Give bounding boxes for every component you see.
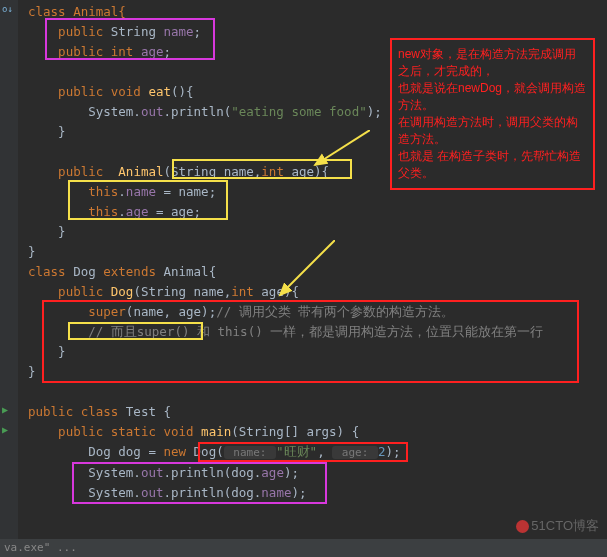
string: "旺财" [276, 444, 317, 459]
method: main [201, 424, 231, 439]
class: Dog [73, 264, 103, 279]
params: (String name, [133, 284, 231, 299]
watermark-icon [516, 520, 529, 533]
watermark-text: 51CTO博客 [531, 518, 599, 533]
brace: } [28, 364, 36, 379]
comment: // 而且super() 和 this() 一样，都是调用构造方法，位置只能放在… [88, 324, 543, 339]
brace: } [58, 344, 66, 359]
field: age [261, 465, 284, 480]
status-text: va.exe" ... [4, 541, 77, 554]
code: System. [88, 104, 141, 119]
param-hint: name: [224, 446, 276, 459]
code: System. [88, 485, 141, 500]
method: eat [148, 84, 171, 99]
keyword: class [28, 264, 73, 279]
keyword: public static void [58, 424, 201, 439]
punct: . [118, 204, 126, 219]
comment: // 调用父类 带有两个参数的构造方法。 [216, 304, 454, 319]
watermark: 51CTO博客 [516, 517, 599, 535]
punct: ); [385, 444, 400, 459]
param-hint: age: [332, 446, 378, 459]
keyword: extends [103, 264, 163, 279]
code: = name; [156, 184, 216, 199]
field: age [126, 204, 149, 219]
status-bar: va.exe" ... [0, 539, 607, 557]
keyword: public class [28, 404, 126, 419]
type: String [103, 24, 163, 39]
keyword: public int [58, 44, 141, 59]
punct: ); [367, 104, 382, 119]
keyword: public void [58, 84, 148, 99]
field: name [261, 485, 291, 500]
params: age){ [261, 284, 299, 299]
punct: ; [163, 44, 171, 59]
keyword: class Animal{ [28, 4, 126, 19]
field: name [126, 184, 156, 199]
keyword: super [88, 304, 126, 319]
punct: ){ [314, 164, 329, 179]
keyword: int [231, 284, 261, 299]
keyword: int [261, 164, 291, 179]
code: .println( [163, 104, 231, 119]
code: (name, age); [126, 304, 216, 319]
field: name [163, 24, 193, 39]
param: age [291, 164, 314, 179]
punct: (){ [171, 84, 194, 99]
keyword: public [58, 164, 118, 179]
params: (String[] args) { [231, 424, 359, 439]
brace: } [58, 124, 66, 139]
annotation-line: 在调用构造方法时，调用父类的构造方法。 [398, 114, 587, 148]
code: System. [88, 465, 141, 480]
field: out [141, 485, 164, 500]
code: Dog( [194, 444, 224, 459]
constructor: Animal [118, 164, 163, 179]
brace: { [163, 404, 171, 419]
keyword: new [163, 444, 193, 459]
constructor: Dog [111, 284, 134, 299]
field: out [141, 104, 164, 119]
brace: } [28, 224, 66, 239]
annotation-box: new对象，是在构造方法完成调用之后，才完成的， 也就是说在newDog，就会调… [390, 38, 595, 190]
code: .println(dog. [163, 465, 261, 480]
annotation-line: 也就是 在构造子类时，先帮忙构造父类。 [398, 148, 587, 182]
code: Dog dog = [88, 444, 163, 459]
keyword: public [58, 284, 111, 299]
punct: ); [284, 465, 299, 480]
code: = age; [148, 204, 201, 219]
field: out [141, 465, 164, 480]
class: Animal{ [163, 264, 216, 279]
keyword: this [88, 184, 118, 199]
string: "eating some food" [231, 104, 366, 119]
keyword: public [58, 24, 103, 39]
class: Test [126, 404, 164, 419]
brace: } [28, 244, 36, 259]
param: name [224, 164, 254, 179]
punct: . [118, 184, 126, 199]
punct: , [317, 444, 332, 459]
params: (String [163, 164, 223, 179]
field: age [141, 44, 164, 59]
code: .println(dog. [163, 485, 261, 500]
annotation-line: 也就是说在newDog，就会调用构造方法。 [398, 80, 587, 114]
punct: ; [194, 24, 202, 39]
punct: ); [291, 485, 306, 500]
annotation-line: new对象，是在构造方法完成调用之后，才完成的， [398, 46, 587, 80]
keyword: this [88, 204, 118, 219]
